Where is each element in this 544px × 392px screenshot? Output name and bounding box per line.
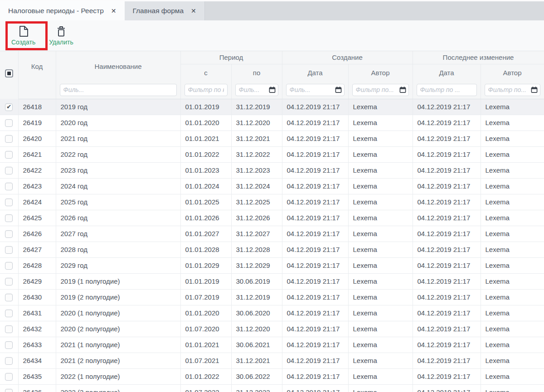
table-row[interactable]: 26426 2027 год 01.01.2027 31.12.2027 04.…	[0, 226, 544, 242]
row-select-cell	[0, 131, 18, 146]
filter-input-name[interactable]	[185, 84, 228, 96]
cell-modified-author: Lexema	[481, 368, 544, 384]
column-group-last-modified: Последнее изменение	[413, 51, 544, 64]
tab-main-form[interactable]: Главная форма ✕	[125, 1, 205, 20]
cell-created-date: 04.12.2019 21:17	[282, 178, 348, 194]
row-checkbox[interactable]	[5, 278, 13, 286]
row-checkbox[interactable]	[5, 373, 13, 381]
cell-code: 26434	[18, 353, 56, 368]
cell-created-author: Lexema	[348, 115, 413, 131]
table-row[interactable]: 26421 2022 год 01.01.2022 31.12.2022 04.…	[0, 146, 544, 162]
cell-created-date: 04.12.2019 21:17	[282, 162, 348, 178]
cell-created-date: 04.12.2019 21:17	[282, 194, 348, 210]
cell-created-date: 04.12.2019 21:17	[282, 146, 348, 162]
delete-button-label: Удалить	[49, 39, 73, 46]
cell-name: 2019 (1 полугодие)	[56, 273, 180, 289]
cell-modified-date: 04.12.2019 21:17	[413, 115, 481, 131]
table-row[interactable]: 26425 2026 год 01.01.2026 31.12.2026 04.…	[0, 210, 544, 226]
cell-name: 2020 год	[56, 115, 180, 131]
row-select-cell	[0, 384, 18, 392]
create-button[interactable]: Создать	[8, 24, 39, 48]
table-row[interactable]: 26432 2020 (2 полугодие) 01.07.2020 31.1…	[0, 321, 544, 337]
tab-tax-periods[interactable]: Налоговые периоды - Реестр ✕	[0, 1, 125, 20]
row-checkbox[interactable]	[5, 310, 13, 317]
cell-period-to: 31.12.2022	[231, 384, 282, 392]
column-header-code[interactable]: Код	[18, 51, 56, 81]
row-checkbox[interactable]	[5, 325, 13, 333]
select-all-checkbox[interactable]	[5, 69, 13, 77]
row-checkbox[interactable]	[5, 389, 13, 392]
table-row[interactable]: 26424 2025 год 01.01.2025 31.12.2025 04.…	[0, 194, 544, 210]
cell-name: 2019 год	[56, 99, 180, 115]
row-checkbox[interactable]	[5, 357, 13, 365]
column-header-name[interactable]: Наименование	[56, 51, 180, 81]
row-checkbox[interactable]	[5, 230, 13, 238]
column-header-created-author[interactable]: Автор	[348, 64, 413, 81]
cell-period-to: 31.12.2029	[231, 257, 282, 273]
cell-period-to: 31.12.2021	[231, 353, 282, 368]
cell-created-date: 04.12.2019 21:17	[282, 384, 348, 392]
tab-close-icon[interactable]: ✕	[111, 8, 117, 14]
filter-input-code[interactable]	[60, 84, 177, 96]
filter-input-from[interactable]	[235, 84, 278, 96]
cell-created-author: Lexema	[348, 368, 413, 384]
table-row[interactable]: 26423 2024 год 01.01.2024 31.12.2024 04.…	[0, 178, 544, 194]
table-row[interactable]: 26431 2020 (1 полугодие) 01.01.2020 30.0…	[0, 305, 544, 321]
create-button-label: Создать	[11, 39, 35, 46]
cell-period-to: 31.12.2025	[231, 194, 282, 210]
cell-period-from: 01.07.2019	[180, 289, 231, 305]
row-checkbox[interactable]	[5, 246, 13, 254]
column-header-to[interactable]: по	[231, 64, 282, 81]
filter-input-to[interactable]	[286, 84, 345, 96]
table-row[interactable]: 26418 2019 год 01.01.2019 31.12.2019 04.…	[0, 99, 544, 115]
row-select-cell	[0, 226, 18, 242]
table-row[interactable]: 26420 2021 год 01.01.2021 31.12.2021 04.…	[0, 131, 544, 146]
filter-input-created-date[interactable]	[352, 84, 409, 96]
cell-modified-date: 04.12.2019 21:17	[413, 194, 481, 210]
cell-created-author: Lexema	[348, 226, 413, 242]
row-checkbox[interactable]	[5, 341, 13, 349]
row-checkbox[interactable]	[5, 167, 13, 174]
filter-input-modified-date[interactable]	[485, 84, 540, 96]
row-checkbox[interactable]	[5, 103, 13, 111]
column-header-modified-date[interactable]: Дата	[413, 64, 481, 81]
table-row[interactable]: 26436 2022 (2 полугодие) 01.07.2022 31.1…	[0, 384, 544, 392]
row-checkbox[interactable]	[5, 151, 13, 159]
column-header-from[interactable]: с	[180, 64, 231, 81]
row-checkbox[interactable]	[5, 262, 13, 270]
cell-created-author: Lexema	[348, 131, 413, 146]
tab-label: Налоговые периоды - Реестр	[8, 7, 104, 15]
filter-input-created-author[interactable]	[417, 84, 477, 96]
table-row[interactable]: 26427 2028 год 01.01.2028 31.12.2028 04.…	[0, 242, 544, 257]
cell-period-to: 31.12.2020	[231, 321, 282, 337]
column-header-created-date[interactable]: Дата	[282, 64, 348, 81]
table-row[interactable]: 26428 2029 год 01.01.2029 31.12.2029 04.…	[0, 257, 544, 273]
row-checkbox[interactable]	[5, 198, 13, 206]
cell-created-date: 04.12.2019 21:17	[282, 257, 348, 273]
row-checkbox[interactable]	[5, 119, 13, 127]
table-row[interactable]: 26434 2021 (2 полугодие) 01.07.2021 31.1…	[0, 353, 544, 368]
row-checkbox[interactable]	[5, 294, 13, 301]
cell-modified-date: 04.12.2019 21:17	[413, 337, 481, 353]
filter-cell-empty	[18, 81, 56, 99]
cell-created-author: Lexema	[348, 194, 413, 210]
cell-period-from: 01.07.2021	[180, 353, 231, 368]
table-row[interactable]: 26429 2019 (1 полугодие) 01.01.2019 30.0…	[0, 273, 544, 289]
row-checkbox[interactable]	[5, 135, 13, 143]
delete-button[interactable]: Удалить	[45, 24, 77, 48]
cell-modified-date: 04.12.2019 21:17	[413, 242, 481, 257]
row-checkbox[interactable]	[5, 183, 13, 190]
table-row[interactable]: 26422 2023 год 01.01.2023 31.12.2023 04.…	[0, 162, 544, 178]
table-row[interactable]: 26435 2022 (1 полугодие) 01.01.2022 30.0…	[0, 368, 544, 384]
row-checkbox[interactable]	[5, 214, 13, 222]
table-row[interactable]: 26430 2019 (2 полугодие) 01.07.2019 31.1…	[0, 289, 544, 305]
table-row[interactable]: 26433 2021 (1 полугодие) 01.01.2021 30.0…	[0, 337, 544, 353]
cell-code: 26430	[18, 289, 56, 305]
cell-period-to: 31.12.2020	[231, 115, 282, 131]
column-header-modified-author[interactable]: Автор	[481, 64, 544, 81]
table-row[interactable]: 26419 2020 год 01.01.2020 31.12.2020 04.…	[0, 115, 544, 131]
cell-modified-author: Lexema	[481, 242, 544, 257]
tab-close-icon[interactable]: ✕	[191, 8, 196, 14]
cell-modified-date: 04.12.2019 21:17	[413, 384, 481, 392]
cell-code: 26427	[18, 242, 56, 257]
